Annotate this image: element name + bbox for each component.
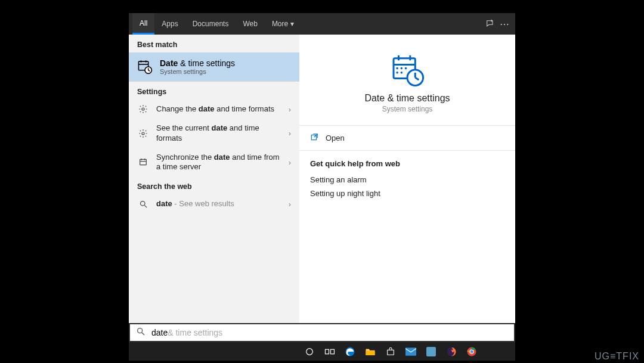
- help-link[interactable]: Setting up night light: [310, 187, 504, 200]
- results-column: Best match Date & time settings Sy: [129, 35, 299, 323]
- feedback-icon[interactable]: [483, 19, 497, 29]
- svg-point-13: [140, 201, 145, 206]
- svg-rect-32: [326, 349, 329, 354]
- search-main: Best match Date & time settings Sy: [129, 35, 515, 323]
- tab-more[interactable]: More ▾: [265, 13, 301, 35]
- tab-more-label: More: [272, 20, 288, 28]
- cortana-icon[interactable]: [299, 342, 320, 361]
- open-action[interactable]: Open: [299, 126, 515, 151]
- svg-line-28: [314, 134, 317, 137]
- watermark: UG≡TFIX: [595, 351, 639, 362]
- store-icon[interactable]: [380, 342, 401, 361]
- preview-title: Date & time settings: [364, 93, 450, 104]
- svg-line-30: [142, 333, 144, 335]
- web-result[interactable]: date - See web results ›: [129, 194, 299, 213]
- calendar-clock-icon: [390, 52, 425, 87]
- edge-icon[interactable]: [340, 342, 360, 361]
- search-input-bar[interactable]: date & time settings: [129, 323, 515, 342]
- preview-subtitle: System settings: [382, 105, 433, 113]
- tab-web[interactable]: Web: [236, 13, 264, 35]
- help-header: Get quick help from web: [310, 159, 504, 168]
- setting-result-label: See the current date and time formats: [156, 123, 281, 143]
- help-link[interactable]: Setting an alarm: [310, 173, 504, 187]
- task-view-icon[interactable]: [320, 342, 340, 361]
- svg-point-8: [142, 132, 144, 135]
- preview-pane: Date & time settings System settings Ope…: [299, 35, 515, 323]
- search-icon: [137, 200, 149, 209]
- setting-result[interactable]: See the current date and time formats ›: [129, 119, 299, 148]
- search-web-header: Search the web: [129, 176, 299, 194]
- open-icon: [310, 133, 318, 143]
- best-match-subtitle: System settings: [160, 68, 235, 75]
- chrome-icon[interactable]: [462, 342, 482, 361]
- firefox-icon[interactable]: [441, 342, 462, 361]
- svg-point-7: [142, 108, 144, 110]
- setting-result-label: Change the date and time formats: [156, 104, 281, 114]
- help-section: Get quick help from web Setting an alarm…: [299, 151, 515, 209]
- search-panel: All Apps Documents Web More ▾ ⋯ Best mat…: [129, 13, 515, 342]
- best-match-result[interactable]: Date & time settings System settings: [129, 52, 299, 82]
- best-match-header: Best match: [129, 35, 299, 52]
- gear-icon: [137, 104, 149, 114]
- search-scope-tabs: All Apps Documents Web More ▾ ⋯: [129, 13, 515, 35]
- app-icon[interactable]: [421, 342, 441, 361]
- svg-rect-36: [405, 348, 416, 356]
- svg-point-31: [306, 348, 313, 355]
- chevron-right-icon: ›: [289, 105, 291, 114]
- tab-all[interactable]: All: [132, 13, 154, 35]
- tab-documents[interactable]: Documents: [185, 13, 236, 35]
- calendar-clock-icon: [137, 59, 153, 75]
- chevron-right-icon: ›: [289, 200, 291, 209]
- setting-result[interactable]: Synchronize the date and time from a tim…: [129, 148, 299, 177]
- sync-icon: [137, 157, 149, 167]
- setting-result-label: Synchronize the date and time from a tim…: [156, 153, 281, 172]
- taskbar: [129, 342, 515, 361]
- search-icon: [136, 327, 145, 339]
- tab-apps[interactable]: Apps: [154, 13, 185, 35]
- setting-result[interactable]: Change the date and time formats ›: [129, 100, 299, 119]
- svg-rect-35: [366, 350, 375, 355]
- settings-results-list: Change the date and time formats › See t…: [129, 100, 299, 176]
- file-explorer-icon[interactable]: [360, 342, 380, 361]
- search-input[interactable]: date & time settings: [151, 328, 222, 337]
- preview-header: Date & time settings System settings: [299, 35, 515, 126]
- chevron-down-icon: ▾: [290, 20, 294, 28]
- chevron-right-icon: ›: [289, 129, 291, 138]
- settings-header: Settings: [129, 82, 299, 100]
- gear-icon: [137, 129, 149, 138]
- mail-icon[interactable]: [401, 342, 421, 361]
- open-label: Open: [326, 134, 345, 142]
- svg-rect-37: [426, 347, 436, 356]
- svg-rect-33: [331, 349, 335, 354]
- chevron-right-icon: ›: [289, 158, 291, 167]
- svg-line-14: [144, 205, 147, 207]
- svg-point-29: [138, 328, 143, 333]
- web-result-label: date - See web results: [156, 199, 281, 209]
- more-options-icon[interactable]: ⋯: [497, 18, 512, 30]
- best-match-title: Date & time settings: [160, 58, 235, 68]
- svg-rect-9: [140, 159, 147, 165]
